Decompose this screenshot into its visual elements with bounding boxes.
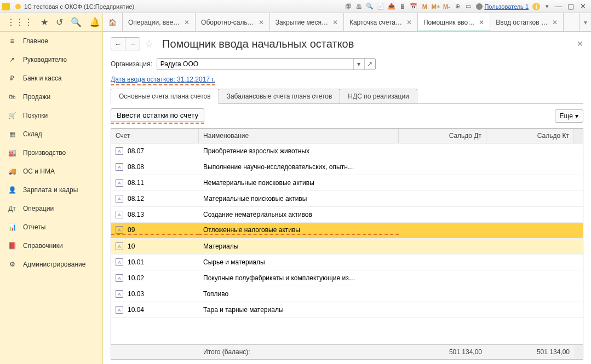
sidebar-item-2[interactable]: ₽Банк и касса (0, 69, 102, 88)
zoom-icon[interactable]: ⊕ (452, 2, 462, 11)
tab-close-icon[interactable]: ✕ (479, 19, 484, 26)
page-title: Помощник ввода начальных остатков (162, 38, 354, 50)
star-icon[interactable]: ★ (41, 17, 48, 27)
sidebar-item-0[interactable]: ≡Главное (0, 32, 102, 50)
tab-3[interactable]: Карточка счета…✕ (344, 13, 418, 31)
account-name: Топливо (199, 290, 399, 298)
sidebar-item-4[interactable]: 🛒Покупки (0, 106, 102, 125)
table-row[interactable]: A10.04Тара и тарные материалы (111, 302, 583, 318)
tab-close-icon[interactable]: ✕ (184, 19, 190, 26)
home-tab[interactable]: 🏠 (103, 13, 123, 31)
history-icon[interactable]: ↺ (56, 17, 63, 27)
table-row[interactable]: A10.01Сырье и материалы (111, 255, 583, 270)
account-name: Приобретение взрослых животных (199, 147, 399, 155)
org-open-icon[interactable]: ↗ (364, 59, 375, 70)
tab-close-icon[interactable]: ✕ (259, 19, 264, 26)
sidebar-icon: 📕 (8, 241, 16, 250)
tab-2[interactable]: Закрытие меся…✕ (270, 13, 344, 31)
col-debit[interactable]: Сальдо Дт (399, 129, 486, 143)
search-icon[interactable]: 🔍 (71, 17, 82, 27)
table-row[interactable]: A10.03Топливо (111, 286, 583, 302)
col-name[interactable]: Наименование (199, 129, 399, 143)
toolbar-calc-icon[interactable]: 🖩 (398, 2, 408, 11)
sidebar-item-label: Производство (23, 149, 66, 157)
title-bar: 1С тестовая с ОКОФ (1С:Предприятие) 🗐 🖶 … (0, 0, 591, 13)
toolbar-report-icon[interactable]: 📄 (376, 2, 386, 11)
col-credit[interactable]: Сальдо Кт (486, 129, 574, 143)
subtab-0[interactable]: Основные счета плана счетов (111, 89, 219, 103)
org-row: Организация: ▾ ↗ (111, 58, 583, 70)
date-link[interactable]: Дата ввода остатков: 31.12.2017 г. (111, 76, 215, 85)
table-row[interactable]: A10.02Покупные полуфабрикаты и комплекту… (111, 270, 583, 286)
sidebar-item-label: Главное (23, 37, 48, 45)
more-button[interactable]: Еще▾ (555, 109, 583, 123)
table-row[interactable]: A10Материалы (111, 239, 583, 255)
col-account[interactable]: Счет (111, 129, 199, 143)
enter-balances-button[interactable]: Ввести остатки по счету (111, 108, 204, 122)
tab-0[interactable]: Операции, вве…✕ (123, 13, 196, 31)
org-label: Организация: (111, 60, 152, 68)
account-name: Покупные полуфабрикаты и комплектующие и… (199, 274, 399, 282)
table-row[interactable]: A08.12Материальные поисковые активы (111, 191, 583, 207)
sidebar-item-10[interactable]: 📊Отчеты (0, 218, 102, 236)
sidebar-item-3[interactable]: 🛍Продажи (0, 88, 102, 106)
toolbar-calendar-icon[interactable]: 📅 (409, 2, 418, 11)
tab-4[interactable]: Помощник вво…✕ (418, 13, 490, 31)
tab-close-icon[interactable]: ✕ (332, 19, 338, 26)
org-input[interactable] (157, 60, 353, 68)
toolbar-export-icon[interactable]: 📤 (387, 2, 397, 11)
table-row[interactable]: A08.13Создание нематериальных активов (111, 207, 583, 223)
sidebar-item-8[interactable]: 👤Зарплата и кадры (0, 181, 102, 199)
user-link[interactable]: Пользователь 1 (476, 3, 529, 10)
forward-button[interactable]: → (125, 38, 140, 50)
account-name: Нематериальные поисковые активы (199, 179, 399, 187)
toolbar-preview-icon[interactable]: 🔍 (365, 2, 375, 11)
table-row[interactable]: A08.11Нематериальные поисковые активы (111, 175, 583, 191)
tab-1[interactable]: Оборотно-саль…✕ (196, 13, 270, 31)
m-plus-button[interactable]: M+ (431, 2, 440, 11)
toolbar-open-icon[interactable]: 🗐 (343, 2, 353, 11)
table-header: Счет Наименование Сальдо Дт Сальдо Кт (111, 129, 583, 143)
sidebar-icon: ▦ (8, 130, 16, 138)
sidebar-item-11[interactable]: 📕Справочники (0, 236, 102, 255)
m-button[interactable]: M (420, 2, 429, 11)
tab-close-icon[interactable]: ✕ (406, 19, 412, 26)
table-toolbar: Ввести остатки по счету Еще▾ (111, 104, 583, 128)
org-dropdown-icon[interactable]: ▾ (353, 59, 364, 70)
close-window-button[interactable]: ✕ (578, 3, 588, 10)
maximize-button[interactable]: ▢ (566, 3, 576, 10)
favorite-icon[interactable]: ☆ (145, 38, 153, 50)
subtab-2[interactable]: НДС по реализации (340, 89, 417, 103)
sidebar-icon: ⚙ (8, 260, 16, 269)
tabs-dropdown[interactable]: ▾ (579, 13, 591, 31)
info-dropdown-icon[interactable]: ▾ (542, 2, 552, 11)
tabs-row: 🏠 Операции, вве…✕Оборотно-саль…✕Закрытие… (103, 13, 591, 32)
table-row[interactable]: A08.08Выполнение научно-исследовательски… (111, 159, 583, 175)
tab-5[interactable]: Ввод остатков …✕ (490, 13, 564, 31)
scrollbar-head (574, 129, 583, 143)
panels-icon[interactable]: ▭ (463, 2, 473, 11)
toolbar-print-icon[interactable]: 🖶 (354, 2, 364, 11)
account-name: Материальные поисковые активы (199, 195, 399, 203)
sidebar-item-6[interactable]: 🏭Производство (0, 143, 102, 162)
sidebar-item-7[interactable]: 🚚ОС и НМА (0, 162, 102, 181)
account-code: 10.01 (128, 258, 150, 266)
sidebar-item-5[interactable]: ▦Склад (0, 125, 102, 143)
bell-icon[interactable]: 🔔 (89, 17, 100, 27)
info-icon[interactable]: i (532, 3, 540, 10)
m-minus-button[interactable]: M- (441, 2, 451, 11)
table-row[interactable]: A08.07Приобретение взрослых животных (111, 143, 583, 159)
table-row[interactable]: A09Отложенные налоговые активы (111, 223, 583, 239)
account-code: 10.04 (128, 306, 150, 314)
sidebar-item-label: Отчеты (23, 223, 45, 231)
subtab-1[interactable]: Забалансовые счета плана счетов (219, 89, 341, 103)
minimize-button[interactable]: — (554, 3, 564, 10)
back-button[interactable]: ← (111, 38, 125, 50)
sidebar-item-12[interactable]: ⚙Администрирование (0, 255, 102, 274)
apps-icon[interactable]: ⋮⋮⋮ (7, 17, 33, 27)
sidebar-icon: ↗ (8, 55, 16, 64)
tab-close-icon[interactable]: ✕ (552, 19, 558, 26)
sidebar-item-9[interactable]: ДтОперации (0, 199, 102, 218)
close-page-button[interactable]: ✕ (577, 39, 583, 48)
sidebar-item-1[interactable]: ↗Руководителю (0, 50, 102, 69)
